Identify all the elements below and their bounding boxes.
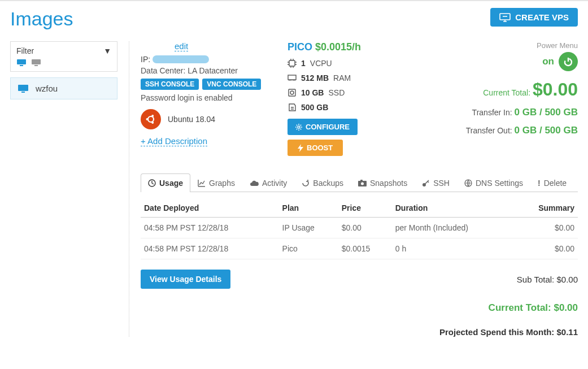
usage-table: Date Deployed Plan Price Duration Summar… xyxy=(141,199,578,259)
chevron-down-icon: ▼ xyxy=(103,46,111,55)
ram-label: RAM xyxy=(333,73,351,83)
tab-backups[interactable]: Backups xyxy=(294,173,351,192)
vnc-console-button[interactable]: VNC CONSOLE xyxy=(202,79,261,90)
col-summary: Summary xyxy=(513,199,578,218)
globe-icon xyxy=(464,179,472,187)
tab-dns[interactable]: DNS Settings xyxy=(457,173,530,192)
refresh-icon xyxy=(302,179,310,187)
tab-delete[interactable]: ! Delete xyxy=(530,173,574,192)
tab-label: Snapshots xyxy=(370,179,407,188)
disk-label: SSD xyxy=(328,88,345,97)
bandwidth-value: 500 GB xyxy=(301,103,328,112)
create-vps-label: CREATE VPS xyxy=(515,12,569,22)
svg-rect-13 xyxy=(288,75,296,80)
svg-rect-3 xyxy=(32,59,41,64)
sidebar-item-wzfou[interactable]: wzfou xyxy=(10,77,117,99)
plan-name: PICO xyxy=(288,41,312,53)
disk-value: 10 GB xyxy=(301,88,324,97)
configure-label: CONFIGURE xyxy=(306,123,350,131)
tab-ssh[interactable]: SSH xyxy=(415,173,457,192)
exclamation-icon: ! xyxy=(538,179,541,188)
svg-point-9 xyxy=(146,118,149,120)
tab-label: Graphs xyxy=(209,179,235,188)
svg-rect-14 xyxy=(289,89,295,96)
bandwidth-icon xyxy=(288,103,297,112)
power-button[interactable] xyxy=(559,52,578,71)
tab-label: DNS Settings xyxy=(476,179,523,188)
vcpu-count: 1 xyxy=(301,59,306,68)
svg-rect-12 xyxy=(289,60,295,66)
table-row: 04:58 PM PST 12/28/18 Pico $0.0015 0 h $… xyxy=(141,238,578,259)
sub-total: Sub Total: $0.00 xyxy=(517,275,578,284)
key-icon xyxy=(422,179,430,187)
disk-icon xyxy=(288,88,297,97)
col-plan: Plan xyxy=(279,199,338,218)
clock-icon xyxy=(148,179,156,187)
boost-label: BOOST xyxy=(307,144,333,152)
plan-price: $0.0015/h xyxy=(315,41,361,53)
cell-duration: 0 h xyxy=(392,238,513,259)
cell-price: $0.00 xyxy=(338,218,392,238)
svg-rect-21 xyxy=(360,180,363,181)
view-usage-details-button[interactable]: View Usage Details xyxy=(141,270,230,289)
cell-plan: IP Usage xyxy=(279,218,338,238)
ssh-console-button[interactable]: SSH CONSOLE xyxy=(141,79,199,90)
edit-link[interactable]: edit xyxy=(175,41,188,51)
monitor-icon xyxy=(18,84,30,93)
configure-button[interactable]: CONFIGURE xyxy=(288,119,358,135)
graph-icon xyxy=(198,179,206,187)
col-price: Price xyxy=(338,199,392,218)
transfer-out-label: Transfer Out: xyxy=(466,126,512,135)
boost-button[interactable]: BOOST xyxy=(288,140,343,156)
tab-label: Delete xyxy=(544,179,567,188)
transfer-in-value: 0 GB / 500 GB xyxy=(515,107,578,118)
gear-icon xyxy=(295,124,302,131)
col-date: Date Deployed xyxy=(141,199,279,218)
svg-rect-6 xyxy=(21,92,25,93)
power-menu-label: Power Menu xyxy=(423,41,578,50)
col-duration: Duration xyxy=(392,199,513,218)
tab-label: SSH xyxy=(433,179,450,188)
svg-rect-4 xyxy=(34,65,38,66)
os-label: Ubuntu 18.04 xyxy=(168,115,215,124)
sidebar-item-label: wzfou xyxy=(36,84,58,93)
content: edit IP: Data Center: LA Datacenter SSH … xyxy=(129,41,578,337)
ram-value: 512 MB xyxy=(301,73,329,83)
projected-spend-line: Projected Spend this Month: $0.11 xyxy=(141,327,578,337)
password-status: Password login is enabled xyxy=(141,93,271,102)
svg-point-11 xyxy=(151,121,154,124)
current-total-label: Current Total: xyxy=(483,88,530,97)
tab-label: Backups xyxy=(313,179,343,188)
tab-snapshots[interactable]: Snapshots xyxy=(351,173,415,192)
ip-label: IP: xyxy=(141,55,150,64)
svg-rect-1 xyxy=(17,59,26,64)
current-total-line: Current Total: $0.00 xyxy=(141,302,578,314)
bolt-icon xyxy=(298,144,303,152)
filter-box[interactable]: Filter ▼ xyxy=(10,41,117,72)
cell-price: $0.0015 xyxy=(338,238,392,259)
add-description-link[interactable]: + Add Description xyxy=(141,136,207,146)
svg-rect-5 xyxy=(18,85,28,91)
tab-label: Activity xyxy=(262,179,287,188)
tab-usage[interactable]: Usage xyxy=(141,173,190,192)
table-row: 04:58 PM PST 12/28/18 IP Usage $0.00 per… xyxy=(141,218,578,238)
cloud-icon xyxy=(250,180,259,186)
ram-icon xyxy=(288,75,297,81)
current-total-amount: $0.00 xyxy=(533,79,578,99)
power-state: on xyxy=(542,56,554,67)
cell-summary: $0.00 xyxy=(513,238,578,259)
cell-date: 04:58 PM PST 12/28/18 xyxy=(141,238,279,259)
sidebar: Filter ▼ wzfou xyxy=(10,41,129,337)
cell-summary: $0.00 xyxy=(513,218,578,238)
cell-duration: per Month (Included) xyxy=(392,218,513,238)
vcpu-label: VCPU xyxy=(310,59,332,68)
filter-label: Filter xyxy=(16,46,34,55)
tab-activity[interactable]: Activity xyxy=(242,173,294,192)
transfer-in-label: Transfer In: xyxy=(472,108,512,117)
create-vps-button[interactable]: CREATE VPS xyxy=(490,8,578,27)
monitor-small-grey-icon[interactable] xyxy=(31,59,42,67)
svg-rect-2 xyxy=(20,65,23,66)
monitor-small-icon[interactable] xyxy=(16,59,28,67)
cpu-icon xyxy=(288,59,297,68)
tab-graphs[interactable]: Graphs xyxy=(190,173,242,192)
